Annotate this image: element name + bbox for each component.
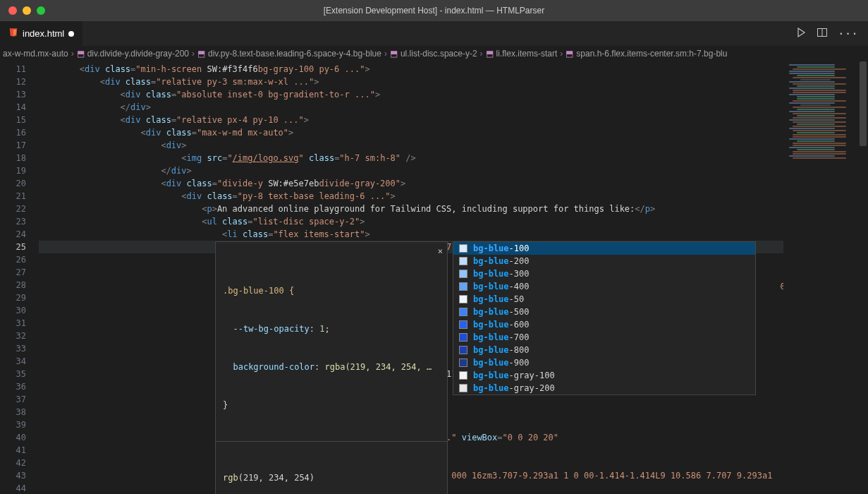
suggest-label: bg-blue-900 <box>473 356 529 369</box>
chevron-right-icon: › <box>190 49 196 59</box>
suggest-item[interactable]: bg-blue-100 <box>453 242 755 255</box>
suggest-item[interactable]: bg-blue-800 <box>453 344 755 356</box>
vertical-scrollbar[interactable] <box>858 61 868 494</box>
code-line[interactable]: <div class="min-h-screen SW:#f3f4f6bg-gr… <box>39 63 783 76</box>
suggest-item[interactable]: bg-blue-500 <box>453 306 755 318</box>
titlebar: [Extension Development Host] - index.htm… <box>0 0 868 21</box>
breadcrumb-item[interactable]: ⬒div.divide-y.divide-gray-200 <box>77 49 189 59</box>
chevron-right-icon: › <box>479 49 484 59</box>
more-actions-icon[interactable]: ··· <box>838 27 858 40</box>
dirty-indicator-icon <box>68 31 74 37</box>
color-swatch-icon <box>459 384 467 392</box>
tab-index-html[interactable]: index.html <box>0 21 83 46</box>
breadcrumb-item[interactable]: ⬒div.py-8.text-base.leading-6.space-y-4.… <box>197 49 381 59</box>
code-line[interactable]: <div class="max-w-md mx-auto"> <box>39 126 783 139</box>
suggest-item[interactable]: bg-blue-gray-100 <box>453 369 755 382</box>
suggest-item[interactable]: bg-blue-600 <box>453 318 755 331</box>
color-swatch-icon <box>459 282 467 291</box>
suggest-item[interactable]: bg-blue-300 <box>453 267 755 280</box>
suggest-item[interactable]: bg-blue-gray-200 <box>453 382 755 394</box>
suggest-item[interactable]: bg-blue-200 <box>453 255 755 267</box>
code-line[interactable]: </div> <box>39 101 783 114</box>
code-line[interactable]: <p>An advanced online playground for Tai… <box>39 203 783 215</box>
color-swatch-icon <box>459 308 467 316</box>
window-title: [Extension Development Host] - index.htm… <box>0 6 868 16</box>
close-icon[interactable]: × <box>438 245 443 258</box>
tab-label: index.html <box>23 28 64 39</box>
chevron-right-icon: › <box>70 49 75 59</box>
suggest-label: bg-blue-200 <box>473 255 529 267</box>
color-swatch-icon <box>459 346 467 354</box>
code-line[interactable]: <img src="/img/logo.svg" class="h-7 sm:h… <box>39 152 783 164</box>
suggest-item[interactable]: bg-blue-50 <box>453 293 755 306</box>
color-swatch-icon <box>459 371 467 380</box>
scrollbar-thumb[interactable] <box>860 61 867 146</box>
suggest-label: bg-blue-50 <box>473 293 524 306</box>
code-line[interactable]: <div class="py-8 text-base leading-6 ...… <box>39 190 783 203</box>
color-swatch-icon <box>459 270 467 278</box>
color-swatch-icon <box>459 244 467 253</box>
breadcrumb-item[interactable]: ⬒ul.list-disc.space-y-2 <box>390 49 477 59</box>
suggest-label: bg-blue-100 <box>473 242 529 255</box>
suggest-item[interactable]: bg-blue-700 <box>453 331 755 344</box>
editor[interactable]: 1112131415161718192021222324252627282930… <box>0 61 868 494</box>
suggest-item[interactable]: bg-blue-400 <box>453 280 755 293</box>
chevron-right-icon: › <box>383 49 389 59</box>
minimap[interactable] <box>783 61 868 494</box>
suggest-label: bg-blue-gray-100 <box>473 369 555 382</box>
split-editor-icon[interactable] <box>817 27 828 40</box>
color-swatch-icon <box>459 295 467 303</box>
color-swatch-icon <box>459 320 467 329</box>
html-file-icon <box>8 28 18 40</box>
minimap-content <box>789 64 865 159</box>
code-line[interactable]: </div> <box>39 164 783 177</box>
breadcrumb-item[interactable]: ⬒span.h-6.flex.items-center.sm:h-7.bg-bl… <box>566 49 727 59</box>
color-swatch-icon <box>459 257 467 265</box>
line-number-gutter: 1112131415161718192021222324252627282930… <box>0 61 39 494</box>
suggest-label: bg-blue-500 <box>473 306 529 318</box>
code-line[interactable]: <div class="absolute inset-0 bg-gradient… <box>39 88 783 101</box>
autocomplete-popup[interactable]: bg-blue-100bg-blue-200bg-blue-300bg-blue… <box>453 241 756 395</box>
suggest-label: bg-blue-800 <box>473 344 529 356</box>
code-line[interactable]: <li class="flex items-start"> <box>39 228 783 241</box>
suggest-label: bg-blue-700 <box>473 331 529 344</box>
breadcrumb[interactable]: ax-w-md.mx-auto › ⬒div.divide-y.divide-g… <box>0 46 868 61</box>
chevron-right-icon: › <box>558 49 564 59</box>
code-content[interactable]: <div class="min-h-screen SW:#f3f4f6bg-gr… <box>39 61 783 494</box>
suggest-item[interactable]: bg-blue-900 <box>453 356 755 369</box>
suggest-label: bg-blue-gray-200 <box>473 382 555 394</box>
breadcrumb-item[interactable]: ⬒li.flex.items-start <box>486 49 558 59</box>
suggest-label: bg-blue-300 <box>473 267 529 280</box>
hover-tooltip: × .bg-blue-100 { --tw-bg-opacity: 1; bac… <box>215 241 448 494</box>
run-icon[interactable] <box>795 27 807 40</box>
code-line[interactable]: <div> <box>39 139 783 152</box>
color-swatch-icon <box>459 359 467 367</box>
suggest-label: bg-blue-600 <box>473 318 529 331</box>
editor-actions: ··· <box>795 21 868 46</box>
code-line[interactable]: <div class="divide-y SW:#e5e7ebdivide-gr… <box>39 177 783 190</box>
tabbar: index.html ··· <box>0 21 868 46</box>
breadcrumb-item[interactable]: ax-w-md.mx-auto <box>3 49 68 59</box>
color-swatch-icon <box>459 333 467 342</box>
code-line[interactable]: <div class="relative px-4 py-10 ..."> <box>39 114 783 126</box>
suggest-label: bg-blue-400 <box>473 280 529 293</box>
code-line[interactable]: <ul class="list-disc space-y-2"> <box>39 215 783 228</box>
code-line[interactable]: <div class="relative py-3 sm:max-w-xl ..… <box>39 76 783 88</box>
